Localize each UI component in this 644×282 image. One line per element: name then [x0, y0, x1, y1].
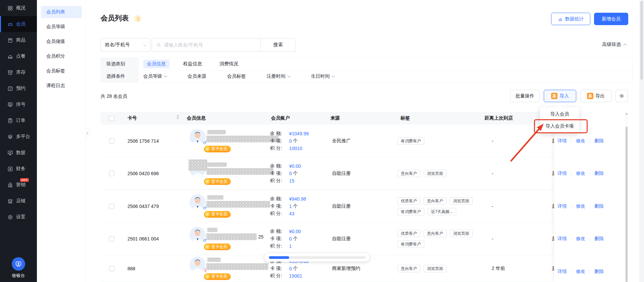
advanced-filter-toggle[interactable]: 高级筛选	[602, 42, 626, 48]
submenu-item-member-points[interactable]: 会员积分	[41, 50, 82, 62]
sidebar-item-data[interactable]: 数据	[0, 145, 37, 161]
add-member-button[interactable]: 新增会员	[594, 13, 628, 25]
import-dropdown-menu: 导入会员 导入会员卡项	[540, 107, 579, 133]
masked-name	[206, 168, 273, 175]
scrollbar-thumb[interactable]	[269, 256, 289, 259]
detail-link[interactable]: 详情	[557, 203, 567, 209]
sort-icon[interactable]	[176, 115, 179, 119]
menu-item-import-member[interactable]: 导入会员	[540, 108, 579, 120]
scrollbar-thumb[interactable]	[640, 1, 643, 80]
row-checkbox[interactable]	[109, 138, 114, 144]
filter-tab-consumption[interactable]: 消费情况	[216, 60, 242, 68]
detail-link[interactable]: 详情	[557, 236, 567, 242]
last-visit: -	[492, 236, 493, 241]
column-settings-button[interactable]	[615, 90, 628, 102]
sidebar-item-order[interactable]: 订单	[0, 113, 37, 129]
table-horizontal-scrollbar[interactable]	[264, 253, 370, 262]
chevron-up-icon	[624, 43, 627, 47]
submenu-item-member-list[interactable]: 会员列表	[41, 6, 82, 18]
condition-member-tag[interactable]: 会员标签	[227, 73, 246, 79]
row-checkbox[interactable]	[109, 266, 114, 271]
masked-name	[206, 201, 270, 208]
sidebar-item-marketing[interactable]: 营销 HOT	[0, 177, 37, 193]
row-checkbox[interactable]	[109, 236, 114, 241]
delete-link[interactable]: 删除	[594, 170, 604, 177]
batch-operation-button[interactable]: 批量操作	[510, 90, 540, 102]
condition-birthday-time[interactable]: 生日时间	[311, 73, 334, 79]
sidebar-item-inventory[interactable]: 库存	[0, 64, 37, 80]
account-info: 余 额:¥0.00 卡 项:0个 积 分:15	[270, 163, 301, 184]
search-input[interactable]	[161, 42, 260, 48]
sidebar-item-member[interactable]: 会员	[0, 16, 37, 32]
row-checkbox[interactable]	[109, 171, 114, 176]
card-number: 2506 1758 714	[127, 138, 159, 144]
store-icon	[7, 198, 13, 204]
sidebar-item-queue[interactable]: 排号	[0, 96, 37, 113]
menu-item-import-member-card[interactable]: 导入会员卡项	[540, 120, 579, 132]
marketing-icon	[7, 182, 13, 188]
level-v-icon: V	[205, 212, 210, 217]
delete-link[interactable]: 删除	[594, 138, 604, 144]
chevron-down-icon	[164, 74, 167, 77]
submenu-item-member-level[interactable]: 会员等级	[41, 21, 82, 33]
row-actions: 详情修改删除	[557, 138, 604, 144]
sidebar-item-goods[interactable]: 商品	[0, 32, 37, 48]
edit-link[interactable]: 修改	[576, 170, 585, 177]
points-value: 15001	[289, 273, 302, 279]
sidebar-item-booking[interactable]: 预约	[0, 80, 37, 96]
export-button[interactable]: 基 导出	[580, 90, 611, 102]
sidebar-item-overview[interactable]: 概况	[0, 0, 37, 16]
search-button[interactable]: 搜索	[261, 42, 296, 48]
edit-link[interactable]: 修改	[576, 236, 585, 242]
edit-link[interactable]: 修改	[576, 138, 585, 144]
submenu-item-member-tags[interactable]: 会员标签	[41, 65, 82, 77]
page-scrollbar[interactable]	[639, 0, 644, 282]
submenu-item-course-log[interactable]: 课程日志	[41, 80, 82, 92]
masked-name	[206, 233, 257, 240]
row-checkbox[interactable]	[109, 204, 114, 209]
level-v-icon: V	[205, 146, 210, 152]
points-value: 15	[289, 178, 294, 184]
sidebar-collapse-handle[interactable]	[86, 129, 90, 138]
cards-value: 0	[289, 266, 292, 271]
sidebar-item-multi-platform[interactable]: 多平台	[0, 129, 37, 145]
delete-link[interactable]: 删除	[594, 236, 604, 242]
booking-icon	[7, 86, 13, 91]
dining-icon	[7, 54, 13, 59]
tier-badge-icon: 基	[551, 93, 557, 99]
points-value: 43	[289, 211, 294, 216]
masked-name	[207, 228, 217, 232]
cards-value: 1	[289, 204, 292, 209]
scrollbar-track[interactable]	[268, 256, 366, 259]
filter-tab-rights-info[interactable]: 权益信息	[179, 60, 206, 68]
edit-link[interactable]: 修改	[576, 203, 585, 209]
sidebar-item-store[interactable]: 店铺	[0, 193, 37, 209]
search-field-select[interactable]: 姓名/手机号	[101, 38, 150, 52]
card-number: 2501 0661 004	[127, 236, 159, 241]
condition-register-time[interactable]: 注册时间	[267, 73, 290, 79]
source: 商家新增预约	[332, 266, 360, 272]
delete-link[interactable]: 删除	[594, 203, 604, 209]
import-button[interactable]: 基 导入	[544, 90, 576, 102]
select-all-checkbox[interactable]	[109, 116, 114, 121]
tier-badge-icon: 基	[587, 93, 593, 99]
condition-member-source[interactable]: 会员来源	[187, 73, 206, 79]
submenu-item-member-stored-value[interactable]: 会员储值	[41, 36, 82, 48]
sidebar-item-dining[interactable]: 点餐	[0, 48, 37, 64]
scrollbar-thumb[interactable]	[626, 127, 628, 282]
account-info: 余 额:¥940.98 卡 项:1个 积 分:43	[270, 196, 306, 217]
cashier-entry[interactable]: 收银台	[0, 257, 37, 279]
sidebar-item-finance[interactable]: 财务	[0, 161, 37, 177]
detail-link[interactable]: 详情	[557, 170, 567, 177]
lightbulb-icon[interactable]	[134, 15, 142, 22]
detail-link[interactable]: 详情	[557, 269, 567, 275]
table-vertical-scrollbar[interactable]	[625, 112, 628, 282]
data-statistics-button[interactable]: 数据统计	[551, 13, 590, 25]
detail-link[interactable]: 详情	[557, 138, 567, 144]
condition-member-level[interactable]: 会员等级	[143, 73, 167, 79]
sidebar-item-settings[interactable]: 设置	[0, 209, 37, 225]
edit-link[interactable]: 修改	[576, 269, 585, 275]
level-v-icon: V	[205, 274, 210, 279]
filter-tab-member-info[interactable]: 会员信息	[143, 60, 169, 68]
delete-link[interactable]: 删除	[594, 269, 604, 275]
